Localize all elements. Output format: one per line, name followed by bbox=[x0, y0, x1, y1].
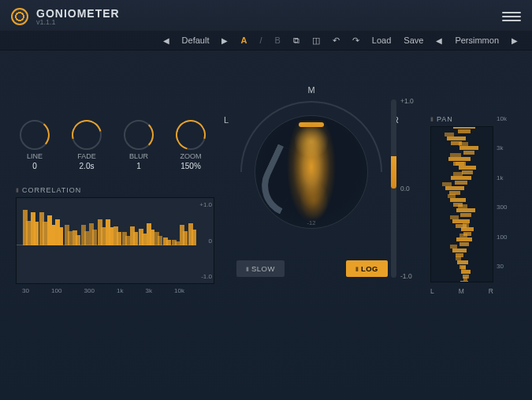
gonio-scatter-cloud bbox=[284, 121, 339, 223]
correlation-chart[interactable]: +1.0 0 -1.0 bbox=[16, 197, 214, 284]
copy-icon[interactable]: ⧉ bbox=[290, 36, 303, 46]
knob-value: 150% bbox=[180, 162, 201, 170]
pan-x-axis: L M R bbox=[430, 287, 493, 295]
redo-icon[interactable]: ↷ bbox=[349, 36, 363, 46]
pan-panel: PAN 10k 3k 1k 300 100 30 L M R bbox=[430, 115, 512, 282]
knob-ring-icon bbox=[72, 120, 102, 150]
app-logo-icon bbox=[11, 8, 28, 25]
undo-icon[interactable]: ↶ bbox=[329, 36, 343, 46]
pan-y-axis: 10k 3k 1k 300 100 30 bbox=[497, 115, 507, 270]
slow-button[interactable]: SLOW bbox=[236, 260, 285, 277]
knob-value: 1 bbox=[136, 162, 141, 170]
gonio-buttons: SLOW LOG bbox=[236, 260, 388, 277]
preset-prev-button[interactable]: ◀ bbox=[160, 36, 173, 45]
knob-row: LINE 0 FADE 2.0s BLUR 1 ZOOM 150% bbox=[16, 120, 210, 170]
knob-line[interactable]: LINE 0 bbox=[16, 120, 54, 170]
knob-ring-icon bbox=[124, 120, 154, 150]
skin-name[interactable]: Persimmon bbox=[452, 36, 502, 45]
preset-toolbar: ◀ Default ▶ A / B ⧉ ◫ ↶ ↷ Load Save ◀ Pe… bbox=[0, 30, 532, 50]
skin-next-button[interactable]: ▶ bbox=[508, 36, 521, 45]
save-button[interactable]: Save bbox=[400, 36, 426, 45]
correlation-y-axis: +1.0 0 -1.0 bbox=[193, 198, 212, 283]
pan-chart[interactable] bbox=[430, 126, 493, 282]
ab-separator: / bbox=[256, 36, 265, 45]
meter-tick: +1.0 bbox=[400, 97, 414, 105]
paste-icon[interactable]: ◫ bbox=[309, 36, 323, 46]
title-block: GONIOMETER v1.1.1 bbox=[36, 7, 120, 26]
correlation-meter[interactable]: +1.0 0.0 -1.0 bbox=[388, 99, 415, 278]
main-panel: LINE 0 FADE 2.0s BLUR 1 ZOOM 150% CORREL… bbox=[0, 50, 532, 400]
knob-label: ZOOM bbox=[180, 152, 202, 160]
meter-tick: -1.0 bbox=[400, 272, 412, 280]
skin-prev-button[interactable]: ◀ bbox=[433, 36, 445, 45]
ab-a-button[interactable]: A bbox=[237, 36, 250, 45]
preset-next-button[interactable]: ▶ bbox=[218, 36, 231, 45]
meter-tick: 0.0 bbox=[400, 185, 410, 193]
knob-zoom[interactable]: ZOOM 150% bbox=[172, 120, 210, 170]
correlation-panel: CORRELATION +1.0 0 -1.0 30 100 300 1k 3k… bbox=[16, 186, 214, 294]
gonio-scope[interactable]: -12 bbox=[240, 101, 382, 243]
preset-name[interactable]: Default bbox=[179, 36, 213, 45]
menu-icon[interactable] bbox=[502, 12, 521, 21]
gonio-label-m: M bbox=[307, 85, 314, 95]
meter-fill bbox=[391, 156, 396, 189]
ab-b-button[interactable]: B bbox=[271, 36, 283, 45]
load-button[interactable]: Load bbox=[369, 36, 394, 45]
knob-fade[interactable]: FADE 2.0s bbox=[68, 120, 106, 170]
knob-ring-icon bbox=[176, 120, 206, 150]
knob-label: LINE bbox=[27, 152, 43, 160]
app-header: GONIOMETER v1.1.1 bbox=[0, 0, 532, 30]
gonio-db-scale: -12 bbox=[307, 219, 316, 226]
knob-ring-icon bbox=[20, 120, 50, 150]
correlation-title: CORRELATION bbox=[16, 186, 214, 194]
goniometer: M L R -12 bbox=[229, 90, 394, 240]
gonio-label-l: L bbox=[224, 115, 229, 125]
app-version: v1.1.1 bbox=[36, 18, 120, 26]
correlation-x-axis: 30 100 300 1k 3k 10k bbox=[16, 284, 191, 294]
knob-label: FADE bbox=[77, 152, 96, 160]
log-button[interactable]: LOG bbox=[346, 260, 388, 277]
knob-blur[interactable]: BLUR 1 bbox=[120, 120, 158, 170]
knob-value: 0 bbox=[32, 162, 37, 170]
knob-label: BLUR bbox=[129, 152, 148, 160]
knob-value: 2.0s bbox=[80, 162, 95, 170]
